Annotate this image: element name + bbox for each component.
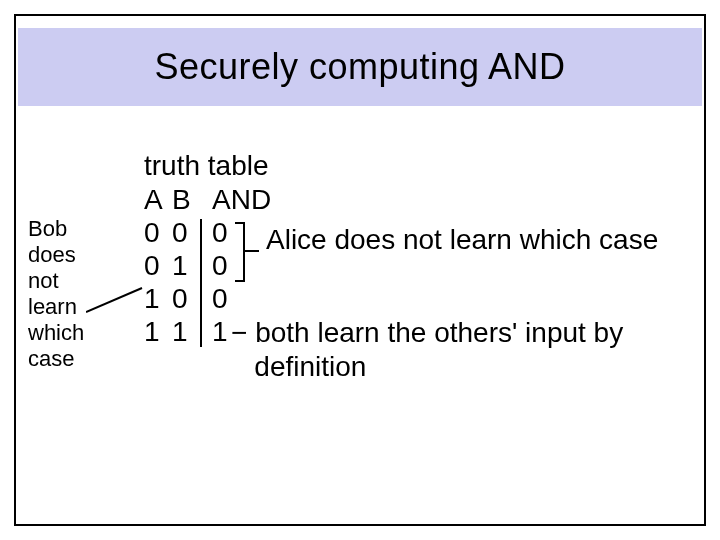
cell-r1-b: 1: [172, 250, 188, 282]
cell-r1-a: 0: [144, 250, 160, 282]
alice-bracket-tick: [245, 250, 259, 252]
cell-r0-out: 0: [212, 217, 228, 249]
cell-r2-out: 0: [212, 283, 228, 315]
bob-pointer-line: [86, 284, 162, 314]
truth-table-heading: truth table: [144, 150, 269, 182]
cell-r0-b: 0: [172, 217, 188, 249]
cell-r3-out: 1: [212, 316, 228, 348]
slide-title: Securely computing AND: [154, 46, 565, 88]
cell-r3-b: 1: [172, 316, 188, 348]
col-header-and: AND: [212, 184, 271, 216]
cell-r1-out: 0: [212, 250, 228, 282]
cell-r3-a: 1: [144, 316, 160, 348]
cell-r0-a: 0: [144, 217, 160, 249]
both-annotation: − both learn the others' input by defini…: [231, 316, 623, 384]
cell-r2-b: 0: [172, 283, 188, 315]
title-band: Securely computing AND: [18, 28, 702, 106]
table-divider-line: [200, 219, 202, 347]
slide-frame: Securely computing AND truth table A B A…: [14, 14, 706, 526]
alice-annotation: Alice does not learn which case: [266, 224, 658, 256]
alice-bracket-icon: [235, 222, 245, 282]
col-header-a: A: [144, 184, 163, 216]
col-header-b: B: [172, 184, 191, 216]
slide-content: truth table A B AND 0 0 0 0 1 0 1 0 0 1 …: [16, 106, 704, 524]
svg-line-0: [86, 288, 142, 312]
bob-annotation: Bob does not learn which case: [28, 216, 84, 372]
